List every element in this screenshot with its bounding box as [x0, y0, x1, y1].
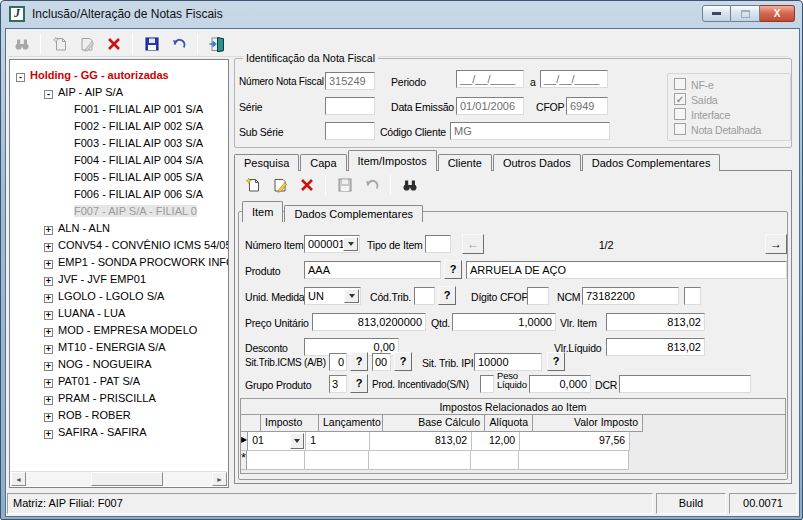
ncm-ex-field[interactable] [684, 287, 701, 305]
base-calculo-cell-empty[interactable] [369, 451, 471, 470]
scrollbar-thumb[interactable] [91, 472, 163, 486]
valor-imposto-cell-empty[interactable] [519, 451, 629, 470]
icms-a-lookup-button[interactable]: ? [350, 352, 368, 371]
base-calculo-cell[interactable]: 813,02 [370, 432, 472, 451]
item-delete-button[interactable] [293, 173, 320, 197]
table-new-row[interactable]: * [241, 451, 785, 470]
item-edit-button[interactable] [266, 173, 293, 197]
item-find-button[interactable] [396, 173, 423, 197]
col-base-calculo[interactable]: Base Cálculo [383, 415, 485, 432]
col-aliquota[interactable]: Alíquota [485, 415, 533, 432]
periodo-from-field[interactable]: __/__/____ [456, 70, 524, 88]
tree-item[interactable]: +JVF - JVF EMP01 [10, 271, 228, 288]
lancamento-cell[interactable]: 1 [306, 432, 370, 451]
tree-item[interactable]: +MOD - EMPRESA MODELO [10, 322, 228, 339]
valor-imposto-cell[interactable]: 97,56 [520, 432, 630, 451]
tree-item[interactable]: +LGOLO - LGOLO S/A [10, 288, 228, 305]
numero-nota-field[interactable]: 315249 [325, 72, 375, 90]
delete-button[interactable] [100, 32, 127, 56]
tree-item[interactable]: F001 - FILIAL AIP 001 S/A [10, 101, 228, 118]
nota-detalhada-checkbox[interactable] [674, 123, 686, 135]
codigo-cliente-field[interactable]: MG [450, 122, 610, 140]
tree-toggle-icon[interactable]: + [44, 430, 53, 439]
imposto-dropdown-button[interactable] [290, 433, 304, 449]
undo-button[interactable] [165, 32, 192, 56]
col-imposto[interactable]: Imposto [261, 415, 319, 432]
cfop-field[interactable]: 6949 [566, 97, 608, 115]
cod-trib-field[interactable] [414, 287, 435, 305]
tree-item[interactable]: +NOG - NOGUEIRA [10, 356, 228, 373]
tree-toggle-icon[interactable]: + [44, 311, 53, 320]
tree-toggle-icon[interactable]: + [44, 413, 53, 422]
company-tree[interactable]: -Holding - GG - autorizadas -AIP - AIP S… [9, 59, 229, 488]
imposto-cell-empty[interactable] [247, 451, 305, 470]
produto-desc-field[interactable]: ARRUELA DE AÇO [466, 261, 787, 279]
unid-medida-combo[interactable]: UN [304, 287, 361, 305]
save-button[interactable] [138, 32, 165, 56]
tree-toggle-icon[interactable]: + [44, 345, 53, 354]
tree-horizontal-scrollbar[interactable]: ◄ ► [11, 471, 227, 486]
item-new-button[interactable] [239, 173, 266, 197]
tree-item[interactable]: +CONV54 - CONVÊNIO ICMS 54/05 [10, 237, 228, 254]
tree-item[interactable]: +PRAM - PRISCILLA [10, 390, 228, 407]
tree-item[interactable]: +SAFIRA - SAFIRA [10, 424, 228, 441]
ncm-field[interactable]: 73182200 [582, 287, 679, 305]
titlebar[interactable]: J Inclusão/Alteração de Notas Fiscais X [1, 1, 802, 28]
maximize-button[interactable] [731, 5, 760, 22]
tree-item[interactable]: F003 - FILIAL AIP 003 S/A [10, 135, 228, 152]
tree-item[interactable]: F007 - AIP S/A - FILIAL 0 [10, 203, 228, 220]
tab[interactable]: Outros Dados [493, 154, 581, 171]
tree-item[interactable]: F002 - FILIAL AIP 002 S/A [10, 118, 228, 135]
tree-toggle-icon[interactable]: - [16, 73, 25, 82]
icms-b-lookup-button[interactable]: ? [394, 352, 412, 371]
unid-medida-dropdown-button[interactable] [344, 289, 359, 303]
col-lancamento[interactable]: Lançamento [319, 415, 383, 432]
lancamento-cell-empty[interactable] [305, 451, 369, 470]
aliquota-cell[interactable]: 12,00 [472, 432, 520, 451]
tree-item[interactable]: +EMP1 - SONDA PROCWORK INFOR [10, 254, 228, 271]
tree-item[interactable]: +MT10 - ENERGIA S/A [10, 339, 228, 356]
exit-button[interactable] [203, 32, 230, 56]
tree-item[interactable]: F004 - FILIAL AIP 004 S/A [10, 152, 228, 169]
nfe-checkbox[interactable] [674, 78, 686, 90]
tree-item[interactable]: -Holding - GG - autorizadas [10, 67, 228, 84]
tree-toggle-icon[interactable]: + [44, 243, 53, 252]
tree-toggle-icon[interactable]: + [44, 277, 53, 286]
tree-toggle-icon[interactable]: - [44, 90, 53, 99]
tree-item[interactable]: +ROB - ROBER [10, 407, 228, 424]
tree-item[interactable]: -AIP - AIP S/A [10, 84, 228, 101]
ipi-lookup-button[interactable]: ? [547, 352, 565, 371]
tree-item[interactable]: F005 - FILIAL AIP 005 S/A [10, 169, 228, 186]
tab[interactable]: Capa [300, 154, 346, 171]
tree-toggle-icon[interactable]: + [44, 294, 53, 303]
tree-item[interactable]: +LUANA - LUA [10, 305, 228, 322]
tree-toggle-icon[interactable]: + [44, 396, 53, 405]
serie-field[interactable] [325, 97, 375, 115]
grupo-produto-field[interactable]: 3 [329, 375, 347, 393]
vlr-liquido-field[interactable]: 813,02 [606, 338, 705, 356]
col-valor-imposto[interactable]: Valor Imposto [533, 415, 643, 432]
prod-incentivado-field[interactable] [480, 375, 494, 393]
aliquota-cell-empty[interactable] [471, 451, 519, 470]
tree-toggle-icon[interactable]: + [44, 379, 53, 388]
icms-a-field[interactable]: 0 [329, 353, 347, 371]
dcr-field[interactable] [619, 375, 751, 393]
numero-item-dropdown-button[interactable] [343, 237, 358, 251]
peso-liquido-field[interactable]: 0,000 [529, 375, 591, 393]
icms-b-field[interactable]: 00 [372, 353, 391, 371]
vlr-item-field[interactable]: 813,02 [606, 313, 705, 331]
tab[interactable]: Cliente [438, 154, 492, 171]
tipo-item-field[interactable] [425, 235, 451, 253]
sit-trib-ipi-field[interactable]: 10000 [474, 353, 542, 371]
tree-toggle-icon[interactable]: + [44, 260, 53, 269]
grupo-produto-lookup-button[interactable]: ? [350, 374, 368, 393]
tab[interactable]: Pesquisa [234, 154, 299, 171]
imposto-cell[interactable]: 01 [248, 432, 306, 451]
interface-checkbox[interactable] [674, 108, 686, 120]
next-item-button[interactable]: → [765, 234, 787, 254]
digito-cfop-field[interactable] [527, 287, 549, 305]
periodo-to-field[interactable]: __/__/____ [540, 70, 608, 88]
tab[interactable]: Dados Complementares [582, 154, 721, 171]
close-button[interactable]: X [760, 5, 795, 22]
produto-lookup-button[interactable]: ? [444, 260, 462, 279]
